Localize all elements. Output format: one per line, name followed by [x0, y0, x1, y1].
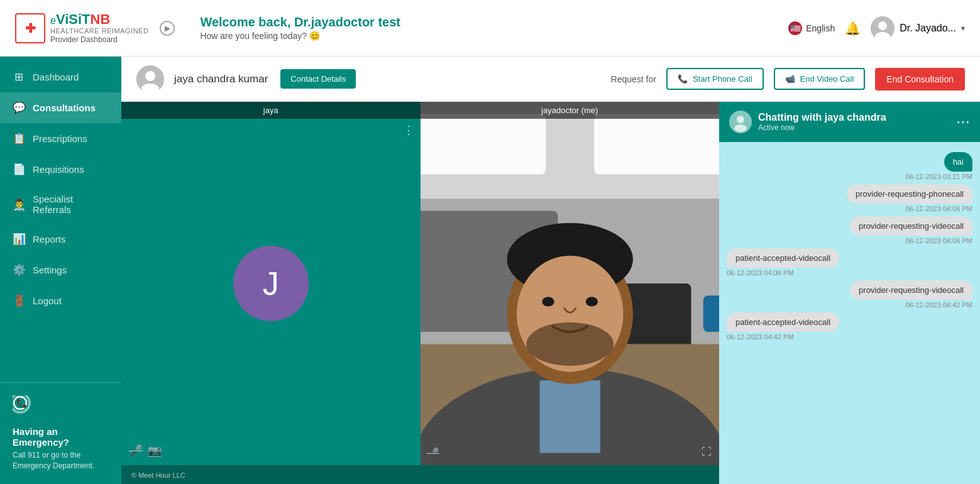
message-bubble: patient-accepted-videocall	[727, 312, 839, 332]
video-pane-doctor: jayadoctor (me)	[421, 102, 720, 465]
sidebar-item-prescriptions[interactable]: 📋 Prescriptions	[0, 123, 121, 154]
chat-header: Chatting with jaya chandra Active now ⋯	[719, 102, 980, 142]
message-time: 06-12-2023 04:06 PM	[906, 205, 972, 212]
sidebar-item-label: Logout	[33, 295, 62, 306]
phone-icon: 📞	[678, 74, 688, 84]
chat-avatar	[729, 111, 752, 133]
message-time: 06-12-2023 03:21 PM	[906, 173, 972, 180]
mute-icon[interactable]: 🎤	[129, 444, 143, 458]
message-item: provider-requesting-videocall 06-12-2023…	[727, 280, 972, 309]
sidebar-item-label: Requisitions	[33, 164, 84, 175]
message-time: 06-12-2023 04:06 PM	[727, 269, 793, 277]
logo-brand: eViSiTNB	[50, 12, 148, 27]
sidebar-item-reports[interactable]: 📊 Reports	[0, 224, 121, 255]
svg-point-7	[145, 71, 155, 81]
doctor-webcam-feed	[421, 102, 720, 465]
welcome-greeting: Welcome back, Dr.jayadoctor test	[200, 15, 788, 30]
message-bubble: provider-requesting-videocall	[850, 216, 972, 236]
dashboard-icon: ⊞	[13, 70, 25, 84]
start-phone-label: Start Phone Call	[693, 74, 752, 84]
request-for-label: Request for	[611, 74, 656, 84]
svg-point-29	[734, 124, 747, 132]
message-bubble: hai	[944, 152, 972, 172]
welcome-area: Welcome back, Dr.jayadoctor test How are…	[175, 15, 788, 41]
video-options-icon[interactable]: ⋮	[403, 123, 414, 137]
contact-details-button[interactable]: Contact Details	[280, 69, 356, 89]
reports-icon: 📊	[13, 233, 25, 246]
emergency-section: 📞 Having an Emergency? Call 911 or go to…	[0, 382, 121, 484]
main-layout: ⊞ Dashboard 💬 Consultations 📋 Prescripti…	[0, 57, 980, 484]
sidebar-item-requisitions[interactable]: 📄 Requisitions	[0, 154, 121, 185]
start-phone-call-button[interactable]: 📞 Start Phone Call	[666, 68, 764, 90]
svg-rect-12	[594, 114, 719, 174]
top-header: ✚ eViSiTNB HEALTHCARE REIMAGINED Provide…	[0, 0, 980, 57]
webcam-svg	[421, 102, 720, 465]
sidebar-item-consultations[interactable]: 💬 Consultations	[0, 92, 121, 123]
end-video-call-button[interactable]: 📹 End Video Call	[774, 68, 866, 90]
video-controls-right: ⛶	[702, 446, 712, 458]
chat-title: Chatting with jaya chandra	[758, 112, 886, 123]
patient-video-label: jaya	[121, 102, 421, 119]
settings-icon: ⚙️	[13, 263, 25, 277]
end-video-label: End Video Call	[800, 74, 854, 84]
user-menu[interactable]: Dr. Jayado... ▾	[871, 16, 965, 40]
svg-text:📞: 📞	[16, 398, 28, 409]
patient-avatar	[136, 65, 164, 93]
avatar	[871, 16, 895, 40]
video-section: jaya ⋮ J 🎤 📷 jayadoctor (me)	[121, 102, 719, 484]
sidebar-item-specialist-referrals[interactable]: 👨‍⚕️ Specialist Referrals	[0, 185, 121, 224]
meet-hour-copyright: © Meet Hour LLC	[131, 471, 185, 479]
sidebar-item-label: Consultations	[33, 102, 96, 113]
mic-off-indicator: 🎤	[427, 447, 439, 459]
chat-user-text: Chatting with jaya chandra Active now	[758, 112, 886, 132]
svg-point-1	[878, 21, 887, 30]
svg-rect-11	[421, 114, 546, 174]
svg-point-28	[737, 116, 744, 123]
logo-box: ✚	[15, 13, 45, 43]
message-bubble: provider-requesting-phonecall	[847, 184, 972, 204]
logo-area: ✚ eViSiTNB HEALTHCARE REIMAGINED Provide…	[15, 12, 175, 44]
logout-icon: 🚪	[13, 294, 25, 307]
language-label: English	[806, 23, 835, 33]
video-grid: jaya ⋮ J 🎤 📷 jayadoctor (me)	[121, 102, 719, 465]
language-selector[interactable]: 🇺🇸 English	[788, 21, 835, 35]
specialist-icon: 👨‍⚕️	[13, 198, 25, 211]
message-item: patient-accepted-videocall 06-12-2023 04…	[727, 312, 972, 341]
camera-off-icon[interactable]: 📷	[148, 444, 162, 458]
header-right: 🇺🇸 English 🔔 Dr. Jayado... ▾	[788, 16, 965, 40]
svg-rect-19	[539, 380, 600, 453]
message-time: 06-12-2023 04:42 PM	[727, 333, 793, 341]
message-bubble: patient-accepted-videocall	[727, 248, 839, 268]
message-time: 06-12-2023 04:42 PM	[906, 301, 972, 309]
sidebar-item-label: Specialist Referrals	[33, 194, 109, 215]
notification-bell[interactable]: 🔔	[845, 21, 861, 36]
doctor-video-label: jayadoctor (me)	[421, 102, 720, 119]
logo-text: eViSiTNB HEALTHCARE REIMAGINED Provider …	[50, 12, 148, 44]
consult-header: jaya chandra kumar Contact Details Reque…	[121, 57, 980, 102]
emergency-title: Having an Emergency?	[13, 426, 109, 448]
svg-rect-16	[703, 295, 719, 332]
message-time: 06-12-2023 04:06 PM	[906, 237, 972, 245]
chevron-down-icon: ▾	[961, 24, 965, 33]
chat-section: Chatting with jaya chandra Active now ⋯ …	[719, 102, 980, 484]
expand-icon[interactable]: ▶	[160, 21, 175, 36]
chat-status: Active now	[758, 123, 886, 132]
chat-more-options[interactable]: ⋯	[956, 114, 970, 130]
sidebar-item-logout[interactable]: 🚪 Logout	[0, 285, 121, 316]
video-controls-left: 🎤 📷	[129, 444, 162, 458]
emergency-phone-icon: 📞	[13, 395, 109, 422]
message-item: patient-accepted-videocall 06-12-2023 04…	[727, 248, 972, 277]
emergency-text: Call 911 or go to the Emergency Departme…	[13, 450, 109, 471]
sidebar-item-dashboard[interactable]: ⊞ Dashboard	[0, 62, 121, 92]
message-item: provider-requesting-videocall 06-12-2023…	[727, 216, 972, 245]
sidebar-item-settings[interactable]: ⚙️ Settings	[0, 255, 121, 285]
end-consultation-button[interactable]: End Consultation	[875, 68, 965, 91]
flag-icon: 🇺🇸	[788, 21, 802, 35]
fullscreen-icon[interactable]: ⛶	[702, 446, 712, 457]
requisitions-icon: 📄	[13, 163, 25, 176]
welcome-subtitle: How are you feeling today? 😊	[200, 31, 788, 41]
user-name: Dr. Jayado...	[900, 23, 956, 34]
message-item: provider-requesting-phonecall 06-12-2023…	[727, 184, 972, 212]
sidebar-item-label: Reports	[33, 234, 66, 245]
patient-video-avatar: J	[233, 246, 309, 321]
